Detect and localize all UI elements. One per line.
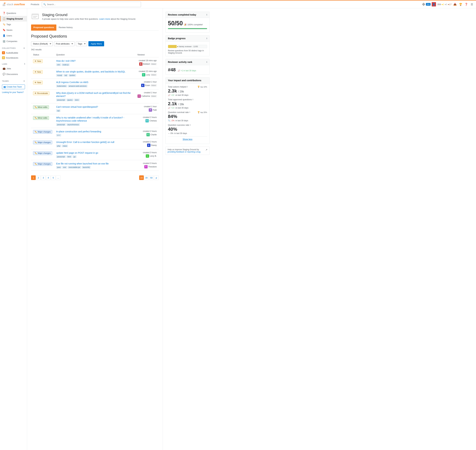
- per-page-button[interactable]: 15: [139, 175, 144, 180]
- sidebar-collective-audiobubble[interactable]: A AudioBubble: [0, 50, 27, 55]
- page-button[interactable]: 3: [41, 175, 46, 180]
- tag[interactable]: javascript: [56, 123, 66, 126]
- sidebar-item-jobs[interactable]: 💼 Jobs: [0, 66, 27, 71]
- status-filter[interactable]: Status (Default): [31, 41, 53, 46]
- page-button[interactable]: 5: [51, 175, 56, 180]
- sidebar-collective-soundwaves[interactable]: S Soundwaves: [0, 55, 27, 60]
- question-title-link[interactable]: How do I exit VIM?: [56, 59, 76, 62]
- tag[interactable]: javascript: [56, 155, 66, 158]
- tag[interactable]: class: [62, 145, 68, 147]
- tag[interactable]: node-js: [62, 63, 70, 66]
- success-info-icon[interactable]: ℹ: [190, 124, 191, 126]
- achievements-icon[interactable]: 🏆: [459, 2, 463, 6]
- learn-more-link[interactable]: Learn more: [99, 18, 110, 20]
- tag[interactable]: mysql: [56, 74, 63, 77]
- sidebar-item-questions[interactable]: ❓ Questions: [0, 10, 27, 16]
- tag[interactable]: go: [73, 155, 76, 158]
- help-icon[interactable]: ❓: [464, 2, 468, 6]
- tag[interactable]: dom: [74, 99, 80, 101]
- question-title-link[interactable]: In-place construction and perfect forwar…: [56, 130, 101, 133]
- show-less-link[interactable]: Show less: [168, 136, 207, 142]
- reviews-info-icon[interactable]: ℹ: [206, 14, 207, 16]
- rank-info-icon[interactable]: ℹ: [206, 61, 207, 63]
- sidebar-item-staging-ground[interactable]: 📋 Staging Ground: [0, 16, 27, 22]
- question-title-link[interactable]: Uncaught Error: Call to a member functio…: [56, 141, 114, 143]
- question-title-link[interactable]: Exe file not running when launched from …: [56, 162, 109, 165]
- search-bar[interactable]: 🔍: [42, 2, 141, 7]
- status-icon: 👁: [35, 60, 36, 62]
- teams-add[interactable]: +: [23, 80, 25, 83]
- sidebar-item-discussions[interactable]: 💬 Discussions: [0, 71, 27, 77]
- page-button[interactable]: 1: [31, 175, 36, 180]
- pagination-pages: 12345...: [31, 175, 60, 180]
- survival-info-icon[interactable]: ℹ: [189, 111, 190, 113]
- tag[interactable]: sql: [56, 109, 60, 112]
- sidebar-item-users[interactable]: 👤 Users: [0, 33, 27, 38]
- post-attributes-filter[interactable]: Post attributes: [54, 41, 75, 46]
- sidebar-item-tags[interactable]: 🏷️ Tags: [0, 22, 27, 27]
- status-label: New: [37, 71, 41, 73]
- search-input[interactable]: [47, 3, 139, 6]
- sidebar-item-companies[interactable]: 🏢 Companies: [0, 38, 27, 44]
- labs-section: LABS ℹ: [0, 60, 27, 66]
- tag[interactable]: vim: [56, 63, 61, 66]
- tag[interactable]: asynchronous: [66, 123, 80, 126]
- search-icon: 🔍: [43, 3, 46, 6]
- notification-count[interactable]: 384: [426, 2, 430, 6]
- hamburger-icon[interactable]: ☰: [470, 2, 474, 6]
- status-label: Major changes: [38, 163, 51, 165]
- so-logo[interactable]: stack overflow: [2, 2, 27, 7]
- layout: ❓ Questions 📋 Staging Ground 🏷️ Tags 🔖 S…: [0, 8, 476, 450]
- inbox-icon[interactable]: 📥: [453, 2, 457, 6]
- tag[interactable]: php: [56, 145, 61, 147]
- asker-label: Asker: [151, 95, 157, 97]
- approved-info-icon[interactable]: ℹ: [192, 98, 193, 101]
- question-title-link[interactable]: Why does jQuery or a DOM method such as …: [56, 92, 131, 98]
- tag[interactable]: sql: [64, 74, 68, 77]
- per-page-button[interactable]: 30: [144, 175, 149, 180]
- per-page-button[interactable]: 50: [149, 175, 154, 180]
- tag[interactable]: javascript: [56, 99, 66, 101]
- collectives-add[interactable]: +: [23, 47, 25, 50]
- tag[interactable]: c++: [56, 134, 61, 136]
- create-team-button[interactable]: 👥 Create free Team: [2, 84, 25, 89]
- table-row: 👁 New ALB Ingress Controller on AWS kube…: [31, 79, 159, 89]
- page-button[interactable]: ...: [56, 175, 60, 180]
- question-username: Chelsea: [149, 120, 157, 122]
- question-title-link[interactable]: ALB Ingress Controller on AWS: [56, 81, 88, 83]
- page-button[interactable]: 4: [46, 175, 51, 180]
- sidebar-item-saves[interactable]: 🔖 Saves: [0, 27, 27, 33]
- products-menu[interactable]: Products: [29, 3, 41, 6]
- tag[interactable]: executable-jar: [68, 166, 81, 169]
- feedback-link[interactable]: providing feedback or reporting a bug: [168, 151, 200, 153]
- tab-proposed-questions[interactable]: Proposed questions: [31, 24, 56, 31]
- question-title-link[interactable]: update html page on POST request in go: [56, 152, 98, 154]
- tag[interactable]: jquery: [66, 99, 73, 101]
- rank-widget: Reviewer activity rank ℹ #48 📈 +1 in las…: [165, 59, 209, 75]
- question-title-link[interactable]: Can't remove virtual host openlitespeed?: [56, 106, 98, 108]
- tag[interactable]: html: [66, 155, 72, 158]
- looking-teams-link[interactable]: Looking for your Teams?: [2, 90, 25, 94]
- tag[interactable]: kubernetes: [56, 85, 67, 87]
- status-icon: ✏️: [35, 163, 37, 165]
- tab-review-history[interactable]: Review history: [56, 24, 75, 31]
- tag[interactable]: launch4j: [82, 166, 91, 169]
- asker-label: Asker: [151, 63, 157, 65]
- tag[interactable]: amazon-web-services: [68, 85, 87, 87]
- question-title-link[interactable]: Why is my variable unaltered after I mod…: [56, 116, 124, 122]
- reviews-complete: 🎉 100% complete!: [184, 23, 203, 26]
- labs-info-icon[interactable]: ℹ: [24, 63, 25, 65]
- prev-page-button[interactable]: p: [154, 175, 159, 180]
- tag[interactable]: java: [56, 166, 62, 169]
- tag[interactable]: exe: [62, 166, 67, 169]
- question-title-link[interactable]: When to use single quotes, double quotes…: [56, 70, 125, 73]
- table-row: ✏️ Minor edits Why is my variable unalte…: [31, 114, 159, 128]
- askers-info-icon[interactable]: ℹ: [187, 86, 188, 88]
- badge-info-icon[interactable]: ℹ: [206, 37, 207, 40]
- apply-filters-button[interactable]: Apply filters: [88, 41, 104, 46]
- rank-change: 📈 +1 in last 30 days: [178, 70, 196, 72]
- tag[interactable]: quotes: [69, 74, 76, 77]
- page-button[interactable]: 2: [36, 175, 41, 180]
- user-avatar[interactable]: 👤: [432, 2, 436, 6]
- tags-filter[interactable]: Tags: [76, 41, 87, 46]
